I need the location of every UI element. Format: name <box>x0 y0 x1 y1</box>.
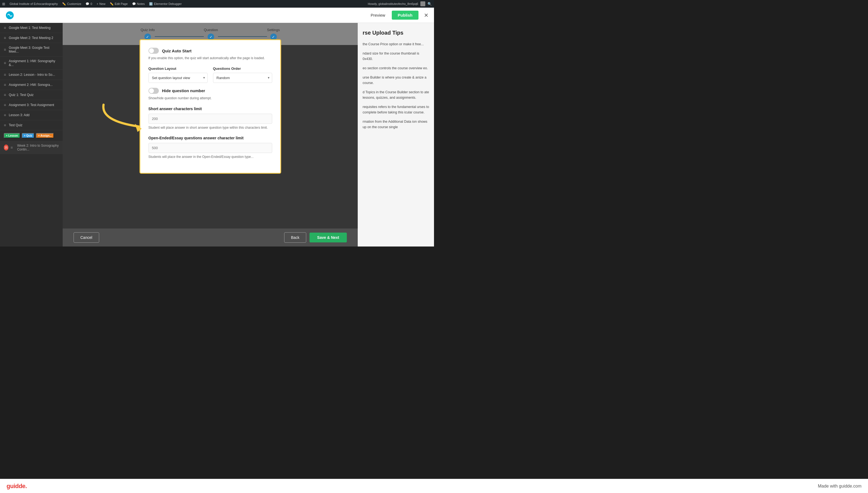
layout-order-row: Question Layout Set question layout view… <box>149 66 272 83</box>
center-area: Quiz Info ✓ Question ✓ Settings ✓ <box>63 23 358 246</box>
new-label: New <box>99 2 106 5</box>
questions-order-label: Questions Order <box>213 66 272 71</box>
tips-text-6: requisites refers to the fundamental urs… <box>363 104 429 115</box>
logo <box>5 11 14 20</box>
wp-logo-item[interactable]: ⊞ <box>2 2 5 6</box>
short-answer-description: Student will place answer in short answe… <box>149 125 272 130</box>
sidebar-item-label: Lesson 3: Add <box>9 113 29 117</box>
add-quiz-button[interactable]: + Quiz <box>22 133 34 138</box>
elementor-debugger-item[interactable]: ℹ️ Elementor Debugger <box>149 2 182 6</box>
notes-label: Notes <box>137 2 145 5</box>
elementor-icon: ℹ️ <box>149 2 153 6</box>
sidebar-item-label: Lesson 2: Lesson - Intro to So... <box>9 73 55 77</box>
main-layout: ≡ Google Meet 1: Test Meeting ≡ Google M… <box>0 23 434 246</box>
auto-start-toggle[interactable] <box>149 48 159 54</box>
sidebar-item-label: Google Meet 1: Test Meeting <box>9 26 50 30</box>
question-layout-select[interactable]: Set question layout view Single question… <box>149 73 208 83</box>
question-layout-select-wrapper: Set question layout view Single question… <box>149 73 208 83</box>
comments-count: 0 <box>90 2 92 5</box>
add-lesson-button[interactable]: + Lesson <box>4 133 20 138</box>
quiz-settings-form: Quiz Auto Start If you enable this optio… <box>139 39 281 174</box>
publish-button[interactable]: Publish <box>392 10 418 20</box>
auto-start-description: If you enable this option, the quiz will… <box>149 56 272 61</box>
sidebar-item-google-meet-3[interactable]: ≡ Google Meet 3: Google Test Meet... <box>0 43 63 57</box>
sidebar-week-item[interactable]: 35 ≡ Week 2: Intro to Sonography Contin.… <box>0 141 63 154</box>
search-icon[interactable]: 🔍 <box>428 2 432 6</box>
auto-start-label: Quiz Auto Start <box>162 48 192 53</box>
drag-icon: ≡ <box>4 93 6 97</box>
sidebar-item-label: Assignment 3: Test Assignment <box>9 103 54 107</box>
toggle-thumb <box>149 88 154 93</box>
edit-page-item[interactable]: ✏️ Edit Page <box>110 2 128 6</box>
notes-icon: 💬 <box>132 2 136 6</box>
comments-item[interactable]: 💬 0 <box>86 2 92 6</box>
action-bar: Cancel Back Save & Next <box>63 229 358 246</box>
tips-title: rse Upload Tips <box>363 28 429 37</box>
sidebar: ≡ Google Meet 1: Test Meeting ≡ Google M… <box>0 23 63 246</box>
site-name-label: Global Institute of Echocardiography <box>9 2 58 5</box>
hide-question-toggle-row: Hide question number <box>149 88 272 94</box>
top-bar-actions: Preview Publish ✕ <box>367 10 429 20</box>
save-next-button[interactable]: Save & Next <box>310 233 347 242</box>
questions-order-select[interactable]: Random Sequential <box>213 73 272 83</box>
sidebar-item-google-meet-2[interactable]: ≡ Google Meet 2: Test Meeting 2 <box>0 33 63 43</box>
sidebar-item-quiz-1[interactable]: ≡ Quiz 1: Test Quiz <box>0 90 63 100</box>
notes-item[interactable]: 💬 Notes <box>132 2 145 6</box>
short-answer-section: Short answer characters limit Student wi… <box>149 107 272 130</box>
sidebar-item-test-quiz[interactable]: ≡ Test Quiz <box>0 120 63 130</box>
new-icon: + <box>96 2 98 5</box>
hide-question-label: Hide question number <box>162 88 205 93</box>
sidebar-item-lesson-3[interactable]: ≡ Lesson 3: Add <box>0 110 63 120</box>
user-label: Howdy, globalinstituteofecho_8m6pq6 <box>368 2 418 5</box>
sidebar-add-buttons: + Lesson + Quiz + Assign... <box>0 130 63 141</box>
sidebar-item-assignment-3[interactable]: ≡ Assignment 3: Test Assignment <box>0 100 63 110</box>
drag-icon: ≡ <box>10 145 13 150</box>
edit-page-label: Edit Page <box>115 2 128 5</box>
drag-icon: ≡ <box>4 36 6 40</box>
sidebar-item-lesson-2[interactable]: ≡ Lesson 2: Lesson - Intro to So... <box>0 70 63 80</box>
tips-text-1: the Course Price option or make it free.… <box>363 41 429 47</box>
hide-question-description: Show/hide question number during attempt… <box>149 96 272 101</box>
close-button[interactable]: ✕ <box>424 12 429 19</box>
drag-icon: ≡ <box>4 113 6 117</box>
sidebar-item-label: Quiz 1: Test Quiz <box>9 93 33 97</box>
week-badge: 35 <box>4 145 8 151</box>
drag-icon: ≡ <box>4 47 6 52</box>
cancel-button[interactable]: Cancel <box>73 232 99 243</box>
sidebar-item-label: Test Quiz <box>9 123 22 127</box>
tips-panel: rse Upload Tips the Course Price option … <box>358 23 434 246</box>
toggle-thumb <box>149 48 154 53</box>
new-item[interactable]: + New <box>96 2 105 5</box>
wp-icon: ⊞ <box>2 2 5 6</box>
question-layout-group: Question Layout Set question layout view… <box>149 66 208 83</box>
sidebar-item-label: Google Meet 2: Test Meeting 2 <box>9 36 53 40</box>
sidebar-item-assignment-2[interactable]: ≡ Assignment 2: HW: Sonogra... <box>0 80 63 90</box>
tips-text-4: urse Builder is where you create & anize… <box>363 75 429 86</box>
drag-icon: ≡ <box>4 72 6 77</box>
edit-page-icon: ✏️ <box>110 2 114 6</box>
customize-item[interactable]: ✏️ Customize <box>62 2 81 6</box>
back-button[interactable]: Back <box>284 232 306 243</box>
questions-order-group: Questions Order Random Sequential ▾ <box>213 66 272 83</box>
sidebar-item-assignment-1[interactable]: ≡ Assignment 1: HW: Sonography &... <box>0 57 63 70</box>
customize-label: Customize <box>67 2 81 5</box>
sidebar-item-label: Google Meet 3: Google Test Meet... <box>9 46 59 53</box>
open-ended-description: Students will place the answer in the Op… <box>149 155 272 159</box>
short-answer-label: Short answer characters limit <box>149 107 272 111</box>
drag-icon: ≡ <box>4 83 6 87</box>
hide-question-toggle[interactable] <box>149 88 159 94</box>
tips-text-2: ndard size for the course thumbnail is 0… <box>363 51 429 62</box>
open-ended-input[interactable] <box>149 143 272 153</box>
admin-bar: ⊞ Global Institute of Echocardiography ✏… <box>0 0 434 8</box>
open-ended-label: Open-Ended/Essay questions answer charac… <box>149 136 272 140</box>
tips-text-7: rmation from the Additional Data ion sho… <box>363 119 429 130</box>
add-assignment-button[interactable]: + Assign... <box>36 133 54 138</box>
drag-icon: ≡ <box>4 123 6 127</box>
question-layout-label: Question Layout <box>149 66 208 71</box>
site-name-item[interactable]: Global Institute of Echocardiography <box>9 2 58 5</box>
customize-icon: ✏️ <box>62 2 66 6</box>
short-answer-input[interactable] <box>149 114 272 124</box>
comments-icon: 💬 <box>86 2 89 6</box>
preview-button[interactable]: Preview <box>367 11 388 19</box>
sidebar-item-google-meet-1[interactable]: ≡ Google Meet 1: Test Meeting <box>0 23 63 33</box>
